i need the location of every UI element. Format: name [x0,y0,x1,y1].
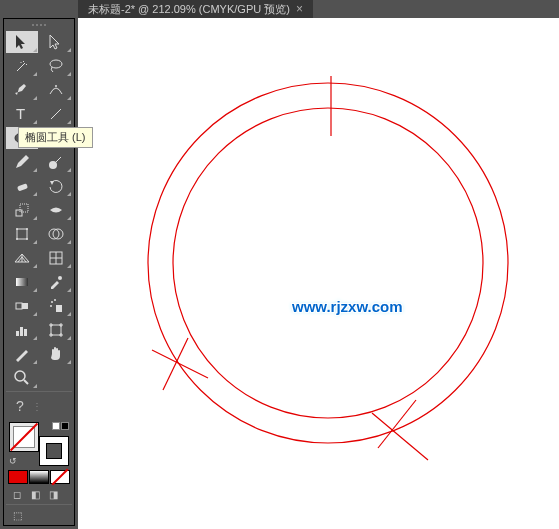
svg-rect-9 [17,229,27,239]
panel-grip[interactable] [6,21,72,29]
blend-tool[interactable] [6,295,38,317]
svg-rect-20 [22,303,28,309]
document-tab[interactable]: 未标题-2* @ 212.09% (CMYK/GPU 预览) × [78,0,313,18]
fill-swatch[interactable] [9,422,39,452]
tool-tooltip: 椭圆工具 (L) [18,127,93,148]
tools-panel: T ? [3,18,75,526]
svg-line-35 [163,338,188,390]
free-transform-tool[interactable] [6,223,38,245]
svg-point-23 [54,299,56,301]
svg-rect-25 [16,331,19,336]
color-none[interactable] [50,470,70,484]
zoom-tool[interactable] [6,367,38,389]
svg-rect-6 [17,183,28,191]
selection-tool[interactable] [6,31,38,53]
svg-rect-8 [20,204,28,212]
stroke-swatch[interactable] [39,436,69,466]
canvas-area[interactable]: www.rjzxw.com [78,18,559,529]
svg-point-31 [148,83,508,443]
curvature-pen-tool[interactable] [40,79,72,101]
svg-point-1 [55,85,57,87]
column-graph-tool[interactable] [6,319,38,341]
svg-line-30 [24,380,28,384]
svg-point-13 [26,238,28,240]
pen-tool[interactable] [6,79,38,101]
svg-rect-27 [24,329,27,336]
rotate-tool[interactable] [40,175,72,197]
symbol-sprayer-tool[interactable] [40,295,72,317]
svg-point-22 [51,301,53,303]
svg-point-18 [58,276,62,280]
svg-point-10 [16,228,18,230]
svg-line-3 [51,109,61,119]
watermark: www.rjzxw.com [292,298,403,315]
close-icon[interactable]: × [296,2,303,16]
direct-selection-tool[interactable] [40,31,72,53]
swap-fill-stroke-icon[interactable] [52,422,69,430]
draw-normal-icon[interactable]: ◻ [10,488,24,500]
color-mode-row [6,470,72,484]
svg-point-24 [50,305,52,307]
document-tab-bar: 未标题-2* @ 212.09% (CMYK/GPU 预览) × [78,0,313,18]
blob-brush-tool[interactable] [40,151,72,173]
svg-point-32 [173,108,483,418]
line-segment-tool[interactable] [40,103,72,125]
draw-mode-row: ◻ ◧ ◨ [6,486,72,502]
svg-rect-26 [20,327,23,336]
scale-tool[interactable] [6,199,38,221]
svg-point-12 [16,238,18,240]
svg-rect-28 [51,325,61,335]
magic-wand-tool[interactable] [6,55,38,77]
color-gradient[interactable] [29,470,49,484]
svg-text:T: T [16,105,25,122]
help-button[interactable]: ? [8,396,32,416]
default-fill-stroke-icon[interactable]: ↺ [9,456,17,466]
width-tool[interactable] [40,199,72,221]
color-red[interactable] [8,470,28,484]
screen-mode-row: ⬚ [6,507,72,523]
svg-rect-7 [16,210,22,216]
artwork [78,18,559,529]
gradient-tool[interactable] [6,271,38,293]
svg-point-0 [50,60,62,68]
type-tool[interactable]: T [6,103,38,125]
eraser-tool[interactable] [6,175,38,197]
screen-mode-icon[interactable]: ⬚ [10,509,24,521]
svg-rect-19 [16,303,22,309]
svg-point-29 [15,371,25,381]
mesh-tool[interactable] [40,247,72,269]
slice-tool[interactable] [6,343,38,365]
artboard-tool[interactable] [40,319,72,341]
fill-stroke-swatch[interactable]: ↺ [9,422,69,466]
eyedropper-tool[interactable] [40,271,72,293]
pencil-tool[interactable] [6,151,38,173]
lasso-tool[interactable] [40,55,72,77]
perspective-grid-tool[interactable] [6,247,38,269]
tab-title: 未标题-2* @ 212.09% (CMYK/GPU 预览) [88,2,290,16]
collapse-handle[interactable]: ⋮ [32,401,42,412]
svg-rect-21 [56,305,62,312]
svg-rect-17 [16,278,28,286]
shape-builder-tool[interactable] [40,223,72,245]
svg-point-11 [26,228,28,230]
svg-point-5 [49,161,57,169]
hand-tool[interactable] [40,343,72,365]
draw-behind-icon[interactable]: ◧ [28,488,42,500]
draw-inside-icon[interactable]: ◨ [46,488,60,500]
